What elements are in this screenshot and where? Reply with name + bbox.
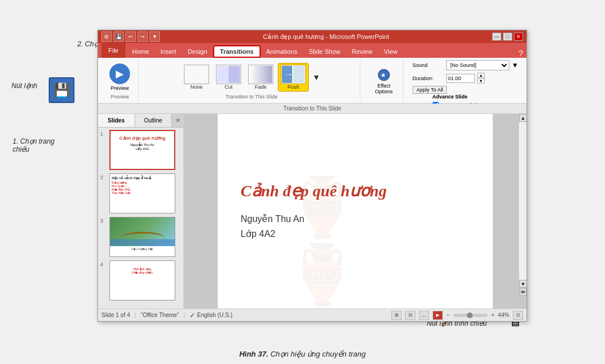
status-right: ⊞ ⊟ 📖 ▶ − + 44% ⊡: [391, 311, 523, 320]
scroll-up-arrow[interactable]: ▲: [519, 114, 527, 122]
transition-none-icon: [184, 65, 209, 84]
slides-panel: Slides Outline ✕ 1 Cảnh đẹp quê hương Ng…: [98, 114, 184, 308]
bridge-image: [110, 217, 175, 246]
slideshow-view-btn[interactable]: ▶: [433, 311, 443, 320]
check-icon: ✓: [190, 311, 195, 319]
nut-lenh-floppy: 💾: [49, 77, 74, 103]
reading-view-btn[interactable]: 📖: [419, 311, 429, 320]
sound-dropdown[interactable]: [No Sound]: [446, 60, 509, 70]
ribbon-content: ▶ Preview Preview None Cut: [98, 58, 527, 104]
scroll-track: [519, 122, 527, 280]
slide-num-4: 4: [100, 262, 107, 267]
cut-label: Cut: [225, 84, 233, 90]
customize-qa[interactable]: ▼: [150, 31, 160, 42]
slide-num-1: 1: [100, 131, 107, 137]
effect-options-button[interactable]: ★ Effect Options: [370, 66, 398, 96]
slide-thumb-3[interactable]: 3 Cầu Trường Tiền: [100, 217, 181, 257]
zoom-out-btn[interactable]: −: [446, 312, 450, 318]
slides-tabs: Slides Outline ✕: [98, 114, 183, 128]
apply-all-button[interactable]: Apply To All: [412, 86, 447, 94]
caption-bold: Hình 37.: [239, 350, 269, 358]
slide-preview-3: Cầu Trường Tiền: [109, 217, 175, 257]
tab-slides[interactable]: Slides: [98, 114, 135, 127]
effect-options-label: Effect Options: [375, 83, 393, 94]
annotation-nut-lenh: Nút lệnh: [11, 82, 37, 90]
svg-rect-1: [229, 66, 240, 83]
transition-none-button[interactable]: None: [182, 64, 211, 91]
normal-view-btn[interactable]: ⊞: [391, 311, 402, 320]
duration-input[interactable]: [446, 74, 475, 83]
redo-button[interactable]: ↪: [138, 31, 148, 42]
more-transitions-button[interactable]: ▼: [311, 73, 321, 82]
window-title: Cảnh đẹp quê hương - Microsoft PowerPoin…: [162, 33, 490, 41]
quick-access-toolbar: ⊞ 💾 ↩ ↪ ▼ Cảnh đẹp quê hương - Microsoft…: [98, 30, 527, 43]
duration-row: Duration: ▲ ▼: [412, 73, 518, 84]
tab-animations[interactable]: Animations: [261, 45, 303, 58]
transition-fade-button[interactable]: Fade: [246, 64, 276, 91]
transition-push-button[interactable]: → Push: [278, 63, 309, 92]
sound-row: Sound [No Sound] ▼: [412, 60, 518, 70]
transition-buttons: None Cut Fade: [182, 60, 321, 94]
close-button[interactable]: ✕: [514, 33, 523, 41]
transition-group-label: Transition to This Slide: [226, 94, 278, 101]
transition-push-icon: →: [281, 65, 306, 84]
tab-design[interactable]: Design: [182, 45, 213, 58]
slide-preview-1: Cảnh đẹp quê hương Nguyễn Thu AnLớp 4A2: [109, 130, 175, 170]
tab-view[interactable]: View: [378, 45, 403, 58]
sound-dropdown-arrow[interactable]: ▼: [512, 61, 518, 69]
svg-text:★: ★: [380, 72, 386, 78]
slide-preview-4: Màn ảnh rộng(hiệu ứng chiếu): [109, 260, 175, 300]
slide-thumb-2[interactable]: 2 Một số cảnh đẹp ở Huế Rừng tươngPhú Qu…: [100, 173, 181, 213]
restore-button[interactable]: □: [503, 33, 512, 41]
slides-list: 1 Cảnh đẹp quê hương Nguyễn Thu AnLớp 4A…: [98, 128, 183, 308]
tab-outline[interactable]: Outline: [135, 114, 172, 127]
zoom-in-btn[interactable]: +: [491, 312, 494, 318]
help-icon[interactable]: ?: [518, 49, 523, 58]
annotation-label1: 1. Chọn trang chiếu: [13, 137, 54, 153]
language: English (U.S.): [197, 312, 233, 318]
tab-file[interactable]: File: [101, 43, 125, 58]
slide-num-2: 2: [100, 175, 107, 180]
duration-down[interactable]: ▼: [477, 78, 485, 84]
slide-sorter-btn[interactable]: ⊟: [405, 311, 415, 320]
slide-count: Slide 1 of 4: [101, 312, 130, 318]
slide-thumb-4[interactable]: 4 Màn ảnh rộng(hiệu ứng chiếu): [100, 260, 181, 300]
transition-cut-button[interactable]: Cut: [214, 64, 243, 91]
preview-button[interactable]: ▶ Preview: [106, 61, 133, 93]
svg-rect-2: [249, 66, 272, 83]
slides-panel-close[interactable]: ✕: [172, 114, 183, 127]
tab-home[interactable]: Home: [127, 45, 155, 58]
scroll-next[interactable]: ≫: [519, 288, 527, 296]
ribbon-group-effect: ★ Effect Options: [365, 60, 403, 101]
watermark: 🏺🏺: [286, 173, 424, 308]
tab-slideshow[interactable]: Slide Show: [303, 45, 346, 58]
effect-options-icon: ★: [376, 67, 392, 83]
zoom-slider[interactable]: [453, 314, 488, 317]
fit-window-btn[interactable]: ⊡: [513, 311, 523, 320]
tab-review[interactable]: Review: [346, 45, 378, 58]
undo-button[interactable]: ↩: [125, 31, 136, 42]
transition-cut-icon: [216, 65, 241, 84]
scroll-down-arrow[interactable]: ▼: [519, 280, 527, 288]
preview-icon: ▶: [109, 64, 130, 84]
office-button[interactable]: ⊞: [101, 31, 112, 42]
fade-label: Fade: [255, 84, 267, 90]
minimize-button[interactable]: —: [492, 33, 501, 41]
ribbon-group-transitions: None Cut Fade: [143, 60, 360, 101]
caption-text: Chọn hiệu ứng chuyển trang: [270, 350, 366, 358]
none-label: None: [190, 84, 203, 90]
preview-group-label: Preview: [111, 94, 129, 101]
zoom-level: 44%: [498, 312, 509, 318]
transition-to-this-slide-label: Transition to This Slide: [283, 105, 341, 112]
apply-all-row: Apply To All: [412, 86, 518, 94]
right-scrollbar: ▲ ▼ ≫: [518, 114, 527, 296]
slide-thumb-1[interactable]: 1 Cảnh đẹp quê hương Nguyễn Thu AnLớp 4A…: [100, 130, 181, 170]
save-button-qa[interactable]: 💾: [113, 31, 124, 42]
tab-insert[interactable]: Insert: [155, 45, 182, 58]
svg-rect-0: [217, 66, 229, 83]
slide-canvas: 🏺🏺 Cảnh đẹp quê hương Nguyễn Thu An Lớp …: [184, 114, 527, 308]
zoom-thumb: [467, 312, 473, 318]
tab-transitions[interactable]: Transitions: [213, 45, 261, 58]
preview-label: Preview: [111, 85, 129, 91]
duration-up[interactable]: ▲: [477, 73, 485, 78]
